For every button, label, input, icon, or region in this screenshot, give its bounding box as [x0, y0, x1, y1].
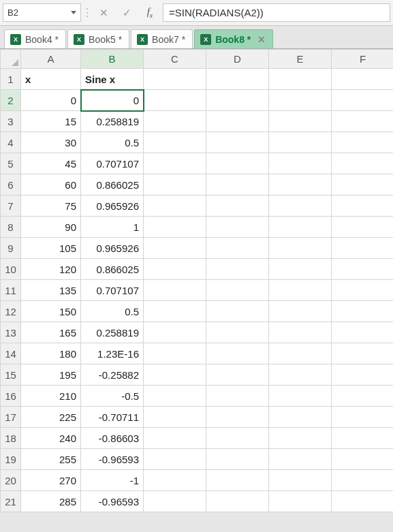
- cell[interactable]: 30: [21, 132, 81, 153]
- cell[interactable]: 1.23E-16: [81, 343, 144, 364]
- cell[interactable]: [144, 491, 206, 512]
- row-header[interactable]: 7: [1, 195, 21, 217]
- cell[interactable]: [144, 407, 206, 428]
- cell[interactable]: [269, 195, 332, 217]
- cell[interactable]: 150: [21, 301, 81, 322]
- row-header[interactable]: 2: [1, 90, 21, 111]
- cell[interactable]: 0.866025: [81, 174, 144, 195]
- cell[interactable]: Sine x: [81, 69, 144, 90]
- cell[interactable]: 210: [21, 386, 81, 407]
- cell[interactable]: [144, 217, 206, 238]
- name-box[interactable]: B2: [3, 3, 81, 22]
- cell[interactable]: 0.258819: [81, 322, 144, 343]
- cell[interactable]: [144, 238, 206, 259]
- cell[interactable]: [144, 301, 206, 322]
- cell[interactable]: [144, 195, 206, 217]
- cell[interactable]: [144, 343, 206, 364]
- cell[interactable]: 135: [21, 280, 81, 301]
- cell[interactable]: [144, 153, 206, 174]
- cell[interactable]: [206, 301, 269, 322]
- cell[interactable]: [206, 259, 269, 280]
- cell[interactable]: [332, 470, 394, 491]
- cell[interactable]: 240: [21, 428, 81, 449]
- cell[interactable]: [269, 364, 332, 386]
- cell[interactable]: [144, 386, 206, 407]
- row-header[interactable]: 3: [1, 111, 21, 132]
- cell[interactable]: [269, 174, 332, 195]
- cell[interactable]: [332, 111, 394, 132]
- cell[interactable]: 75: [21, 195, 81, 217]
- cell[interactable]: [206, 491, 269, 512]
- cell[interactable]: [206, 470, 269, 491]
- cell[interactable]: [332, 238, 394, 259]
- cell[interactable]: [206, 280, 269, 301]
- cell[interactable]: 195: [21, 364, 81, 386]
- cell[interactable]: [332, 132, 394, 153]
- select-all-corner[interactable]: [1, 50, 21, 69]
- cell[interactable]: [206, 195, 269, 217]
- cell[interactable]: 0: [81, 90, 144, 111]
- cell[interactable]: 0.866025: [81, 259, 144, 280]
- cell[interactable]: [332, 174, 394, 195]
- row-header[interactable]: 21: [1, 491, 21, 512]
- cell[interactable]: 0.258819: [81, 111, 144, 132]
- cell[interactable]: [144, 322, 206, 343]
- cell[interactable]: [332, 69, 394, 90]
- cell[interactable]: [269, 386, 332, 407]
- cell[interactable]: [206, 364, 269, 386]
- cell[interactable]: -0.96593: [81, 449, 144, 470]
- close-icon[interactable]: ✕: [257, 34, 266, 45]
- cell[interactable]: -0.5: [81, 386, 144, 407]
- row-header[interactable]: 20: [1, 470, 21, 491]
- column-header[interactable]: A: [21, 50, 81, 69]
- cell[interactable]: [144, 174, 206, 195]
- workbook-tab[interactable]: XBook8 *✕: [194, 29, 273, 48]
- cell[interactable]: [206, 322, 269, 343]
- cell[interactable]: [332, 449, 394, 470]
- column-header[interactable]: F: [332, 50, 394, 69]
- cell[interactable]: 120: [21, 259, 81, 280]
- cell[interactable]: [144, 69, 206, 90]
- cell[interactable]: 285: [21, 491, 81, 512]
- cell[interactable]: [206, 238, 269, 259]
- column-header[interactable]: D: [206, 50, 269, 69]
- cell[interactable]: [144, 132, 206, 153]
- cell[interactable]: [269, 259, 332, 280]
- cell[interactable]: [206, 449, 269, 470]
- cell[interactable]: [144, 364, 206, 386]
- cell[interactable]: 0.5: [81, 301, 144, 322]
- cell[interactable]: -0.96593: [81, 491, 144, 512]
- cell[interactable]: [269, 428, 332, 449]
- chevron-down-icon[interactable]: [71, 11, 76, 14]
- cell[interactable]: [206, 428, 269, 449]
- cell[interactable]: [332, 343, 394, 364]
- cell[interactable]: [269, 449, 332, 470]
- cell[interactable]: [144, 470, 206, 491]
- cell[interactable]: 180: [21, 343, 81, 364]
- cell[interactable]: [269, 407, 332, 428]
- cell[interactable]: -0.25882: [81, 364, 144, 386]
- cell[interactable]: [206, 386, 269, 407]
- cell[interactable]: 15: [21, 111, 81, 132]
- cell[interactable]: [332, 428, 394, 449]
- cell[interactable]: [269, 69, 332, 90]
- row-header[interactable]: 9: [1, 238, 21, 259]
- cell[interactable]: [269, 343, 332, 364]
- cell[interactable]: [206, 217, 269, 238]
- row-header[interactable]: 10: [1, 259, 21, 280]
- cell[interactable]: [269, 491, 332, 512]
- column-header[interactable]: E: [269, 50, 332, 69]
- row-header[interactable]: 16: [1, 386, 21, 407]
- cell[interactable]: [269, 90, 332, 111]
- cell[interactable]: [269, 238, 332, 259]
- cell[interactable]: [332, 90, 394, 111]
- cell[interactable]: 45: [21, 153, 81, 174]
- cell[interactable]: 1: [81, 217, 144, 238]
- cell[interactable]: [332, 407, 394, 428]
- cell[interactable]: [206, 407, 269, 428]
- cell[interactable]: [332, 491, 394, 512]
- cell[interactable]: -0.86603: [81, 428, 144, 449]
- column-header[interactable]: C: [144, 50, 206, 69]
- cell[interactable]: [206, 132, 269, 153]
- cell[interactable]: 105: [21, 238, 81, 259]
